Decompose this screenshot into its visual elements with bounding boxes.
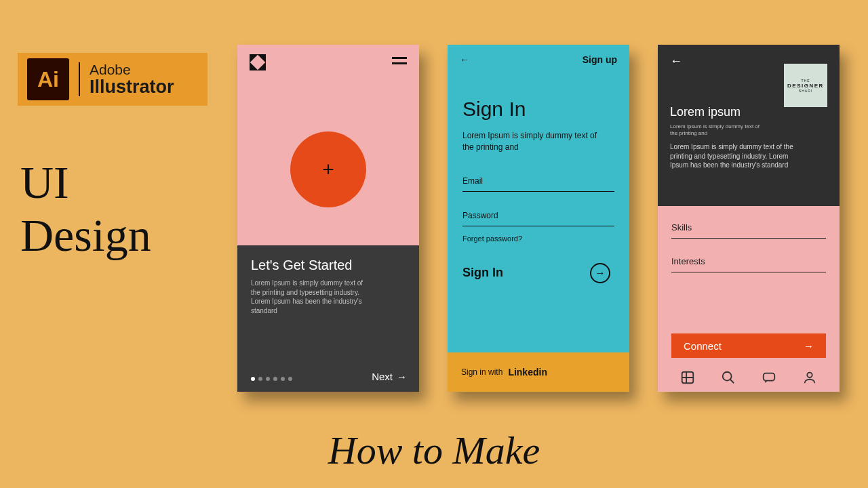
linkedin-link[interactable]: Linkedin: [508, 367, 547, 378]
ai-text: Adobe Illustrator: [79, 62, 174, 96]
connect-label: Connect: [684, 340, 722, 352]
signin-heading: Sign In: [462, 98, 614, 121]
onboarding-panel: Let's Get Started Lorem Ipsum is simply …: [237, 245, 419, 392]
forgot-password-link[interactable]: Forget password?: [462, 235, 614, 243]
next-label: Next: [372, 371, 393, 382]
logo-line2: Illustrator: [90, 77, 174, 96]
profile-header: ← THE DESIGNER SHARI Lorem ipsum Lorem I…: [658, 45, 840, 206]
logo-line1: Adobe: [90, 62, 174, 77]
profile-body: Skills Interests Connect →: [658, 206, 840, 392]
signin-desc: Lorem Ipsum is simply dummy text of the …: [462, 130, 598, 153]
page-dots: [251, 377, 292, 381]
subheadline: How to Make: [328, 428, 540, 473]
signin-label: Sign In: [462, 266, 503, 280]
password-field[interactable]: Password: [462, 207, 614, 226]
mockup-signin: ← Sign up Sign In Lorem Ipsum is simply …: [448, 45, 629, 392]
arrow-right-icon: →: [397, 371, 407, 382]
avatar-line2: DESIGNER: [787, 83, 824, 89]
search-icon[interactable]: [721, 370, 736, 385]
user-icon[interactable]: [802, 370, 817, 385]
arrow-right-icon: →: [595, 267, 606, 279]
menu-icon[interactable]: [392, 54, 407, 70]
onboarding-body: Lorem Ipsum is simply dummy text of the …: [251, 279, 373, 315]
interests-field[interactable]: Interests: [671, 252, 826, 272]
signin-button[interactable]: →: [590, 263, 610, 283]
signup-link[interactable]: Sign up: [583, 54, 617, 65]
skills-field[interactable]: Skills: [671, 218, 826, 239]
svg-point-1: [723, 372, 732, 381]
mockup-onboarding: + Let's Get Started Lorem Ipsum is simpl…: [237, 45, 419, 392]
tab-bar: [658, 370, 840, 385]
back-icon[interactable]: ←: [460, 54, 469, 65]
arrow-right-icon: →: [804, 340, 814, 352]
adobe-illustrator-logo: Ai Adobe Illustrator: [18, 53, 208, 106]
profile-bio: Lorem Ipsum is simply dummy text of the …: [670, 142, 799, 170]
ai-icon: Ai: [27, 58, 69, 100]
next-button[interactable]: Next →: [372, 371, 407, 382]
signin-with-label: Sign in with: [461, 367, 502, 377]
headline: UI Design: [20, 156, 151, 262]
add-button[interactable]: +: [290, 131, 366, 207]
email-field[interactable]: Email: [462, 172, 614, 192]
logo-icon: [250, 54, 266, 70]
onboarding-title: Let's Get Started: [251, 258, 406, 273]
connect-button[interactable]: Connect →: [671, 333, 826, 358]
social-signin-bar: Sign in with Linkedin: [448, 352, 629, 392]
avatar: THE DESIGNER SHARI: [784, 64, 827, 107]
mockup-profile: ← THE DESIGNER SHARI Lorem ipsum Lorem I…: [658, 45, 840, 392]
profile-subtitle: Lorem Ipsum is simply dummy text of the …: [670, 123, 765, 138]
headline-line2: Design: [20, 209, 151, 262]
chat-icon[interactable]: [762, 370, 776, 385]
svg-point-3: [807, 373, 812, 378]
svg-rect-2: [764, 373, 775, 381]
profile-title: Lorem ipsum: [670, 105, 827, 119]
grid-icon[interactable]: [680, 370, 695, 385]
avatar-line3: SHARI: [799, 89, 812, 93]
headline-line1: UI: [20, 156, 151, 209]
